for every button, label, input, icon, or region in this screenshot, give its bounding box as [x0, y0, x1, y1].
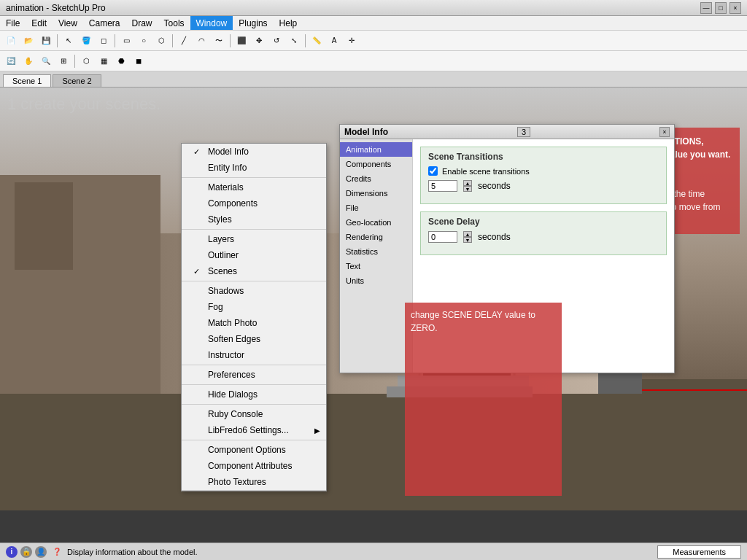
select-button[interactable]: ↖	[61, 33, 77, 49]
status-icon-person[interactable]: 👤	[35, 546, 47, 558]
libfredo6-label: LibFredo6 Settings...	[208, 425, 289, 435]
model-info-close-button[interactable]: ×	[659, 127, 670, 137]
dropdown-match-photo[interactable]: Match Photo	[182, 315, 326, 331]
transition-down-button[interactable]: ▼	[463, 186, 472, 192]
help-icon[interactable]: ❓	[53, 548, 61, 556]
delay-value-input[interactable]	[428, 231, 457, 243]
arc-button[interactable]: ◠	[193, 33, 209, 49]
nav-components[interactable]: Components	[340, 157, 412, 171]
photo-textures-label: Photo Textures	[208, 477, 266, 487]
new-button[interactable]: 📄	[3, 33, 19, 49]
nav-file[interactable]: File	[340, 201, 412, 215]
status-icon-lock[interactable]: 🔒	[20, 546, 32, 558]
menu-file[interactable]: File	[0, 16, 26, 30]
save-button[interactable]: 💾	[38, 33, 54, 49]
title-text: animation - SketchUp Pro	[6, 3, 106, 13]
nav-animation[interactable]: Animation	[340, 142, 412, 157]
push-pull-button[interactable]: ⬛	[233, 33, 249, 49]
zoom-button[interactable]: 🔍	[38, 53, 54, 69]
menu-help[interactable]: Help	[274, 16, 303, 30]
menu-plugins[interactable]: Plugins	[233, 16, 273, 30]
paint-button[interactable]: 🪣	[78, 33, 94, 49]
zoom-extents-button[interactable]: ⊞	[55, 53, 71, 69]
scale-button[interactable]: ⤡	[286, 33, 302, 49]
component-button[interactable]: ⬡	[78, 53, 94, 69]
line-button[interactable]: ╱	[176, 33, 192, 49]
title-controls: — □ ×	[700, 2, 741, 14]
dropdown-materials[interactable]: Materials	[182, 179, 326, 195]
nav-units[interactable]: Units	[340, 273, 412, 288]
rectangle-button[interactable]: ▭	[118, 33, 134, 49]
maximize-button[interactable]: □	[715, 2, 727, 14]
dropdown-ruby-console[interactable]: Ruby Console	[182, 406, 326, 422]
status-icon-info[interactable]: i	[6, 546, 18, 558]
dropdown-component-options[interactable]: Component Options	[182, 442, 326, 458]
delay-down-button[interactable]: ▼	[463, 237, 472, 243]
text-button[interactable]: A	[326, 33, 342, 49]
transition-value-row: ▲ ▼ seconds	[428, 180, 659, 192]
dropdown-photo-textures[interactable]: Photo Textures	[182, 474, 326, 490]
delay-up-button[interactable]: ▲	[463, 231, 472, 237]
dropdown-instructor[interactable]: Instructor	[182, 347, 326, 363]
preferences-label: Preferences	[208, 370, 255, 380]
scenes-label: Scenes	[208, 266, 237, 276]
dropdown-sep-3	[182, 281, 326, 281]
menu-tools[interactable]: Tools	[158, 16, 190, 30]
close-button[interactable]: ×	[729, 2, 741, 14]
move-button[interactable]: ✥	[251, 33, 267, 49]
group-button[interactable]: ▦	[96, 53, 112, 69]
transition-value-input[interactable]	[428, 180, 457, 192]
intersect-button[interactable]: ⬣	[113, 53, 129, 69]
menu-window[interactable]: Window	[190, 16, 233, 30]
delay-value-row: ▲ ▼ seconds	[428, 231, 659, 243]
dropdown-preferences[interactable]: Preferences	[182, 367, 326, 383]
dropdown-scenes[interactable]: ✓ Scenes	[182, 263, 326, 279]
nav-geo-location[interactable]: Geo-location	[340, 215, 412, 230]
status-bar: i 🔒 👤 ❓ Display information about the mo…	[0, 542, 747, 560]
dropdown-entity-info[interactable]: Entity Info	[182, 160, 326, 176]
tape-button[interactable]: 📏	[309, 33, 325, 49]
nav-text[interactable]: Text	[340, 259, 412, 273]
dropdown-shadows[interactable]: Shadows	[182, 283, 326, 299]
dropdown-components[interactable]: Components	[182, 195, 326, 211]
dropdown-component-attributes[interactable]: Component Attributes	[182, 458, 326, 474]
orbit-button[interactable]: 🔄	[3, 53, 19, 69]
tab-scene1[interactable]: Scene 1	[3, 74, 51, 87]
match-photo-label: Match Photo	[208, 318, 257, 328]
nav-rendering[interactable]: Rendering	[340, 230, 412, 244]
nav-dimensions[interactable]: Dimensions	[340, 186, 412, 201]
dropdown-soften-edges[interactable]: Soften Edges	[182, 331, 326, 347]
pan-button[interactable]: ✋	[20, 53, 36, 69]
tab-scene2[interactable]: Scene 2	[53, 74, 101, 87]
enable-transitions-checkbox[interactable]	[428, 166, 438, 176]
polygon-button[interactable]: ⬡	[153, 33, 169, 49]
menu-draw[interactable]: Draw	[126, 16, 158, 30]
scene-delay-annotation: change SCENE DELAY value to ZERO.	[405, 303, 562, 496]
menu-view[interactable]: View	[53, 16, 83, 30]
menu-edit[interactable]: Edit	[26, 16, 53, 30]
minimize-button[interactable]: —	[700, 2, 712, 14]
toolbar-1: 📄 📂 💾 ↖ 🪣 ◻ ▭ ○ ⬡ ╱ ◠ 〜 ⬛ ✥ ↺ ⤡ 📏 A ✛	[0, 31, 747, 51]
solid-button[interactable]: ◼	[131, 53, 147, 69]
dropdown-libfredo6[interactable]: LibFredo6 Settings...	[182, 422, 326, 438]
nav-credits[interactable]: Credits	[340, 171, 412, 186]
dropdown-model-info[interactable]: ✓ Model Info	[182, 144, 326, 160]
dropdown-styles[interactable]: Styles	[182, 211, 326, 228]
toolbar-2: 🔄 ✋ 🔍 ⊞ ⬡ ▦ ⬣ ◼	[0, 51, 747, 71]
freehand-button[interactable]: 〜	[211, 33, 227, 49]
rotate-button[interactable]: ↺	[268, 33, 285, 49]
erase-button[interactable]: ◻	[96, 33, 112, 49]
transition-up-button[interactable]: ▲	[463, 180, 472, 186]
window-dropdown-menu: ✓ Model Info Entity Info Materials Compo…	[181, 143, 327, 491]
open-button[interactable]: 📂	[20, 33, 36, 49]
nav-statistics[interactable]: Statistics	[340, 244, 412, 259]
dropdown-fog[interactable]: Fog	[182, 299, 326, 315]
circle-button[interactable]: ○	[136, 33, 152, 49]
dropdown-hide-dialogs[interactable]: Hide Dialogs	[182, 386, 326, 402]
svg-rect-4	[15, 182, 73, 270]
dropdown-layers[interactable]: Layers	[182, 231, 326, 247]
model-info-title: Model Info	[344, 127, 388, 137]
menu-camera[interactable]: Camera	[83, 16, 126, 30]
dropdown-outliner[interactable]: Outliner	[182, 247, 326, 263]
axes-button[interactable]: ✛	[344, 33, 360, 49]
